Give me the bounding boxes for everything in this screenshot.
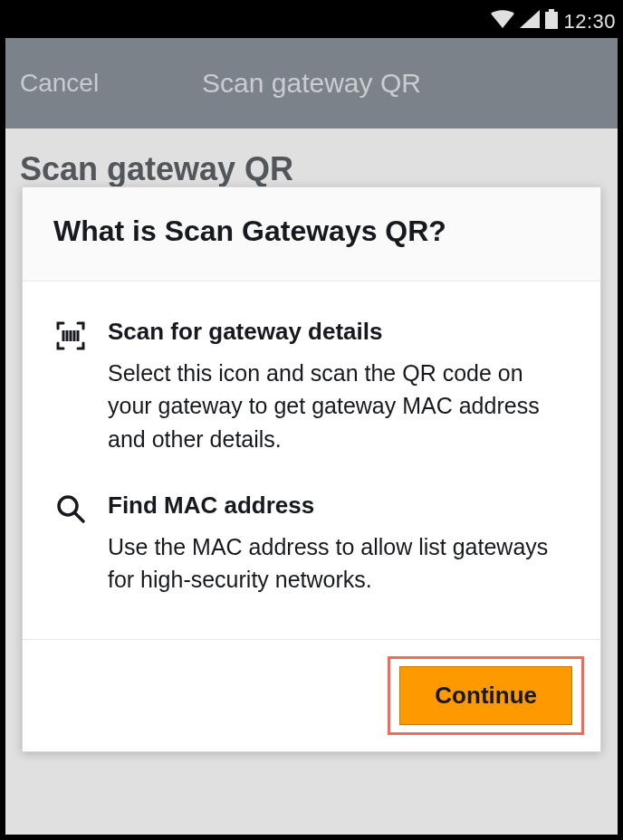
svg-line-8 <box>75 513 83 521</box>
modal-title: What is Scan Gateways QR? <box>53 215 570 248</box>
info-item-desc: Select this icon and scan the QR code on… <box>108 357 570 455</box>
info-item-scan: Scan for gateway details Select this ico… <box>53 318 570 455</box>
continue-highlight: Continue <box>388 656 584 735</box>
info-item-title: Scan for gateway details <box>108 318 570 346</box>
info-modal: What is Scan Gateways QR? <box>22 186 601 752</box>
info-text: Find MAC address Use the MAC address to … <box>108 492 570 597</box>
modal-footer: Continue <box>23 639 600 751</box>
modal-body: Scan for gateway details Select this ico… <box>23 282 600 639</box>
info-item-desc: Use the MAC address to allow list gatewa… <box>108 530 570 597</box>
modal-header: What is Scan Gateways QR? <box>23 187 600 282</box>
continue-button[interactable]: Continue <box>399 666 572 725</box>
search-icon <box>53 492 88 597</box>
info-item-mac: Find MAC address Use the MAC address to … <box>53 492 570 597</box>
info-text: Scan for gateway details Select this ico… <box>108 318 570 455</box>
phone-frame: 12:30 Cancel Scan gateway QR Scan gatewa… <box>5 5 618 835</box>
info-item-title: Find MAC address <box>108 492 570 520</box>
barcode-scan-icon <box>53 318 88 455</box>
